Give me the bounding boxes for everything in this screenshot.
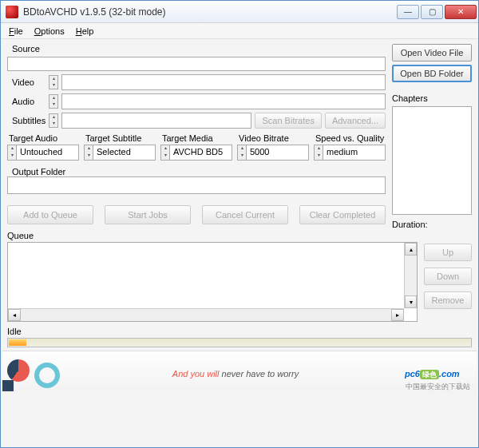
- target-media-label: Target Media: [160, 133, 232, 143]
- window-title: BDtoAVCHD v1.9.5 (32-bit mode): [23, 6, 395, 18]
- video-stepper[interactable]: ▴▾: [49, 75, 58, 89]
- video-bitrate-value[interactable]: 5000: [247, 145, 309, 161]
- cancel-current-button[interactable]: Cancel Current: [202, 205, 288, 224]
- maximize-button[interactable]: ▢: [421, 5, 443, 19]
- audio-label: Audio: [7, 97, 46, 106]
- ad-banner[interactable]: And you will never have to worry pc6绿色.c…: [2, 351, 477, 394]
- subtitles-input[interactable]: [61, 113, 251, 129]
- video-input[interactable]: [61, 74, 386, 90]
- titlebar: BDtoAVCHD v1.9.5 (32-bit mode) — ▢ ✕: [1, 1, 478, 23]
- speed-quality-value[interactable]: medium: [323, 145, 386, 161]
- progress-chunk: [9, 339, 26, 346]
- chapters-label: Chapters: [392, 93, 472, 103]
- output-folder-input[interactable]: [7, 176, 386, 194]
- target-media-value[interactable]: AVCHD BD5: [170, 145, 232, 161]
- scroll-down-icon[interactable]: ▾: [405, 295, 417, 308]
- progress-bar: [7, 338, 472, 347]
- menu-file[interactable]: File: [4, 25, 28, 38]
- queue-list[interactable]: ▴ ▾ ◂ ▸: [7, 242, 418, 322]
- client-area: Source Video ▴▾ Audio ▴▾ Subtitles ▴▾ Sc: [1, 39, 478, 447]
- app-icon: [6, 6, 18, 18]
- open-bd-folder-button[interactable]: Open BD Folder: [392, 65, 472, 82]
- subtitles-stepper[interactable]: ▴▾: [49, 113, 58, 128]
- audio-input[interactable]: [61, 93, 386, 109]
- target-audio-stepper[interactable]: ▴▾: [7, 145, 17, 161]
- window-controls: — ▢ ✕: [395, 5, 477, 19]
- banner-subtitle: 中国最安全的下载站: [406, 382, 470, 392]
- queue-hscrollbar[interactable]: ◂ ▸: [8, 308, 404, 321]
- minimize-button[interactable]: —: [397, 5, 419, 19]
- queue-label: Queue: [7, 231, 418, 240]
- add-to-queue-button[interactable]: Add to Queue: [7, 205, 93, 224]
- app-window: BDtoAVCHD v1.9.5 (32-bit mode) — ▢ ✕ Fil…: [0, 0, 479, 448]
- menubar: File Options Help: [1, 23, 478, 39]
- banner-decoration: [2, 351, 66, 394]
- target-subtitle-label: Target Subtitle: [84, 133, 156, 143]
- status-label: Idle: [7, 327, 472, 336]
- close-button[interactable]: ✕: [445, 5, 477, 19]
- scroll-left-icon[interactable]: ◂: [8, 309, 21, 321]
- speed-quality-stepper[interactable]: ▴▾: [314, 145, 323, 161]
- remove-button[interactable]: Remove: [424, 291, 472, 309]
- target-subtitle-stepper[interactable]: ▴▾: [84, 145, 93, 161]
- scan-bitrates-button[interactable]: Scan Bitrates: [255, 113, 321, 129]
- target-audio-label: Target Audio: [7, 133, 79, 143]
- open-video-file-button[interactable]: Open Video File: [392, 44, 472, 61]
- video-bitrate-label: Video Bitrate: [237, 133, 309, 143]
- chapters-list[interactable]: [392, 106, 472, 215]
- menu-options[interactable]: Options: [30, 25, 69, 38]
- start-jobs-button[interactable]: Start Jobs: [105, 205, 191, 224]
- source-input[interactable]: [7, 57, 386, 71]
- scroll-right-icon[interactable]: ▸: [391, 309, 404, 321]
- video-label: Video: [7, 77, 46, 87]
- audio-stepper[interactable]: ▴▾: [49, 94, 58, 109]
- clear-completed-button[interactable]: Clear Completed: [299, 205, 386, 224]
- advanced-button[interactable]: Advanced...: [325, 113, 386, 129]
- speed-quality-label: Speed vs. Quality: [314, 133, 386, 143]
- source-label: Source: [7, 44, 386, 54]
- down-button[interactable]: Down: [424, 268, 472, 285]
- subtitles-label: Subtitles: [7, 116, 46, 125]
- scroll-up-icon[interactable]: ▴: [405, 243, 417, 256]
- video-bitrate-stepper[interactable]: ▴▾: [237, 145, 247, 161]
- target-subtitle-value[interactable]: Selected: [93, 145, 156, 161]
- output-folder-label: Output Folder: [7, 167, 386, 176]
- banner-logo: pc6绿色.com: [405, 366, 477, 380]
- banner-text: And you will never have to worry: [66, 366, 405, 380]
- target-media-stepper[interactable]: ▴▾: [160, 145, 170, 161]
- duration-label: Duration:: [392, 220, 472, 229]
- queue-vscrollbar[interactable]: ▴ ▾: [404, 243, 417, 308]
- target-audio-value[interactable]: Untouched: [17, 145, 79, 161]
- menu-help[interactable]: Help: [71, 25, 99, 38]
- up-button[interactable]: Up: [424, 244, 472, 261]
